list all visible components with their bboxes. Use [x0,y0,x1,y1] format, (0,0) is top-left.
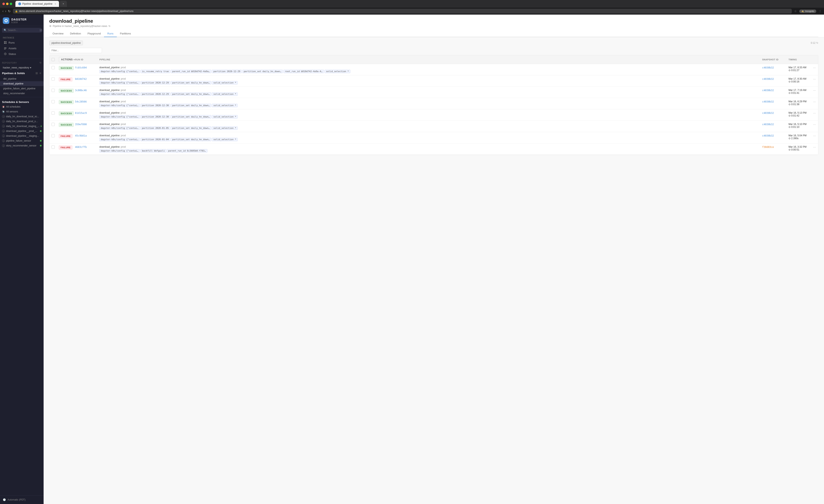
run-id-link-3[interactable]: 3c00bc46 [75,89,87,92]
tag[interactable]: root_run_id b810d742-4a9a-4d9e-abb8-381e… [284,70,324,73]
snapshot-link-5[interactable]: c4030b32 [762,112,774,114]
tag[interactable]: dagster-k8s/config {"container_config": … [99,115,140,119]
row-checkbox-1[interactable] [49,66,57,69]
row-more-5[interactable]: ··· [811,111,818,115]
tag[interactable]: solid_selection * [212,115,238,119]
run-id-link-1[interactable]: fcb5c694 [75,66,87,69]
row-checkbox-7[interactable] [49,134,57,137]
tag[interactable]: backfill bbfgazli [140,149,166,152]
row-checkbox-6[interactable] [49,123,57,126]
row-checkbox-3[interactable] [49,89,57,92]
footer-timezone[interactable]: 🕐 Automatic (PDT) [2,498,41,502]
tab-partitions[interactable]: Partitions [117,30,134,37]
row-runid-6[interactable]: 359ef890 [73,123,97,126]
bookmark-icon[interactable]: ☆ [794,9,797,13]
tag[interactable]: partition 2020-12-29 [140,92,170,96]
search-bar[interactable]: 🔍 / [2,28,41,33]
active-tab[interactable]: Pipeline: download_pipeline ✕ [15,1,59,7]
tag[interactable]: solid_selection * [212,104,238,107]
row-snapshot-8[interactable]: f30d03ce [760,145,787,148]
new-tab-button[interactable]: + [60,1,67,7]
tag[interactable]: partition_set daily_hn_download_prod_sch… [171,138,211,141]
select-all-checkbox[interactable] [51,58,55,61]
schedule-item-prod[interactable]: ◷ daily_hn_download_prod_s... [0,119,43,124]
repo-refresh-icon[interactable]: ↻ [39,61,41,64]
row-more-7[interactable]: ··· [811,134,818,138]
tag[interactable]: solid_selection * [212,81,238,85]
schedule-item-dl-staging[interactable]: ◎ download_pipeline__staging... [0,133,43,138]
filter-input[interactable] [49,48,102,53]
pipeline-item-failure[interactable]: pipeline_failure_alert_pipeline [0,86,43,91]
schedule-item-all-sensors[interactable]: 📡 All sensors [0,109,43,114]
forward-button[interactable]: › [5,9,6,13]
minimize-button[interactable] [6,3,8,5]
pipeline-grid-icon[interactable]: ⊞ [35,71,38,75]
row-more-6[interactable]: ··· [811,123,818,126]
run-id-link-6[interactable]: 359ef890 [75,123,87,126]
tag[interactable]: dagster-k8s/config {"container_config": … [99,104,140,107]
row-runid-7[interactable]: 45c9b81a [73,134,97,137]
row-checkbox-5[interactable] [49,111,57,115]
snapshot-link-4[interactable]: c4030b32 [762,100,774,103]
repo-selector[interactable]: hacker_news_repository ▾ [1,66,43,70]
schedule-item-staging[interactable]: ◷ daily_hn_download_staging_... [0,124,43,129]
pipeline-item-download[interactable]: download_pipeline [0,81,43,86]
tab-playground[interactable]: Playground [84,30,104,37]
row-runid-8[interactable]: 4683cffb [73,145,97,148]
tag[interactable]: dagster-k8s/config {"container_config": … [99,126,140,130]
row-snapshot-5[interactable]: c4030b32 [760,111,787,114]
schedule-item-all-schedules[interactable]: ⏰ All schedules [0,104,43,109]
tag[interactable]: partition_set daily_hn_download_prod_sch… [171,126,211,130]
row-more-1[interactable]: ··· [811,66,818,70]
maximize-button[interactable] [10,3,12,5]
row-runid-3[interactable]: 3c00bc46 [73,89,97,92]
tag[interactable]: parent_run_id 6c3605b0-f783-4124-b089-c6… [167,149,207,152]
tab-overview[interactable]: Overview [49,30,67,37]
refresh-icon[interactable]: ↻ [816,41,818,44]
row-snapshot-3[interactable]: c4030b32 [760,89,787,92]
tab-close-icon[interactable]: ✕ [55,3,56,5]
tag[interactable]: partition_set daily_hn_download_prod_sch… [171,81,211,85]
tag[interactable]: partition 2020-01-05 [140,126,170,130]
tag[interactable]: dagster-k8s/config {"container_config": … [99,70,140,73]
back-button[interactable]: ‹ [2,9,3,13]
tag[interactable]: is_resume_retry true [140,70,170,73]
sidebar-item-status[interactable]: Status [2,51,41,57]
tag[interactable]: partition 2020-12-29 [212,70,241,73]
tag[interactable]: partition_set daily_hn_download_prod_sch… [171,104,211,107]
snapshot-link-7[interactable]: c4030b32 [762,134,774,137]
row-more-3[interactable]: ··· [811,89,818,92]
url-bar[interactable]: 🔒 demo.elementl.show/workspace/hacker_ne… [13,9,792,14]
tag[interactable]: partition 2020-12-29 [140,81,170,85]
row-snapshot-6[interactable]: c4030b32 [760,123,787,126]
actions-dropdown[interactable]: Actions ▾ [59,57,71,62]
snapshot-link-1[interactable]: c4030b32 [762,66,774,69]
subtitle-refresh-icon[interactable]: ↻ [108,25,110,27]
tag[interactable]: partition 2020-12-30 [140,104,170,107]
tag[interactable]: solid_selection * [212,126,238,130]
row-more-8[interactable]: ··· [811,145,818,149]
schedule-item-failure-sensor[interactable]: ◎ pipeline_failure_sensor [0,138,43,143]
row-more-4[interactable]: ··· [811,100,818,104]
row-snapshot-7[interactable]: c4030b32 [760,134,787,137]
tag[interactable]: dagster-k8s/config {"container_config": … [99,138,140,141]
row-snapshot-4[interactable]: c4030b32 [760,100,787,103]
tag[interactable]: solid_selection * [212,92,238,96]
snapshot-link-8[interactable]: f30d03ce [762,146,774,148]
tag[interactable]: solid_selection * [325,70,350,73]
row-more-2[interactable]: ··· [811,78,818,81]
sidebar-item-assets[interactable]: Assets [2,45,41,51]
tab-runs[interactable]: Runs [104,30,117,37]
row-runid-1[interactable]: fcb5c694 [73,66,97,69]
schedule-item-dl-prod[interactable]: ◎ download_pipeline__prod_... [0,129,43,133]
row-snapshot-2[interactable]: c4030b32 [760,78,787,81]
tag[interactable]: partition_set daily_hn_download_prod_sch… [171,115,211,119]
pipeline-item-story[interactable]: story_recommender [0,91,43,96]
tag[interactable]: dagster-k8s/config {"container_config": … [99,92,140,96]
run-id-link-8[interactable]: 4683cffb [75,146,87,148]
tag[interactable]: partition 2020-01-04 [140,138,170,141]
sidebar-item-runs[interactable]: Runs [2,40,41,45]
pipeline-list-icon[interactable]: ≡ [39,71,41,75]
row-runid-2[interactable]: b810d742 [73,78,97,81]
run-id-link-5[interactable]: 81d15ac9 [75,112,87,114]
